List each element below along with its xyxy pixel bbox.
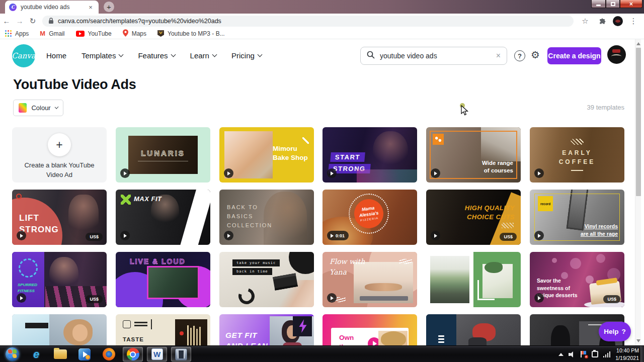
card-art [273,273,298,291]
card-title: LUNARIS [141,149,185,157]
minimize-button[interactable] [591,0,606,8]
template-card-choice-cuts[interactable]: HIGH QUALITY CHOICE CUTS US$ [426,190,521,245]
reload-icon[interactable]: ↻ [26,15,39,28]
tray-app-icon[interactable] [592,351,598,357]
address-bar[interactable]: canva.com/search/templates?q=youtube%20v… [42,16,574,27]
play-icon: 0:01 [327,231,349,240]
nav-features[interactable]: Features [138,51,175,60]
template-card-bake-shop[interactable]: Mimoru Bake Shop [219,127,314,183]
taskbar-word-active[interactable]: W [147,347,167,361]
extensions-puzzle-icon[interactable] [596,15,609,28]
bookmark-gmail[interactable]: M Gmail [40,30,64,37]
template-card-back-to-basics[interactable]: BACK TO BASICS COLLECTION [219,190,314,245]
template-card-start-strong[interactable]: START STRONG [323,127,417,183]
new-tab-button[interactable]: + [104,2,114,12]
card-art [468,337,487,345]
start-button[interactable] [2,347,22,361]
template-search-box[interactable]: × [360,47,507,65]
template-card-spurred-fitness[interactable]: SPURRED FITNESS US$ [12,252,107,307]
card-art: LUNARIS [128,136,198,174]
card-text-line: SPURRED [18,283,37,287]
play-icon [534,293,544,303]
card-title: GET FIT AND LEAN [225,330,268,345]
action-center-flag-icon[interactable]: x [581,351,587,357]
nav-learn[interactable]: Learn [190,51,216,60]
help-button-label: Help [604,328,618,335]
play-icon [431,231,440,240]
mp3-shield-icon [157,30,164,37]
network-signal-icon[interactable] [603,351,611,357]
scrollbar-thumb[interactable] [636,48,641,196]
page-scrollbar[interactable] [635,39,641,345]
card-art [485,262,503,273]
scroll-up-arrow[interactable] [636,41,640,45]
template-card-get-fit[interactable]: GET FIT AND LEAN [219,314,314,345]
template-card-earbuds[interactable] [12,314,107,345]
play-icon [17,231,26,240]
browser-profile-avatar[interactable] [613,16,623,26]
taskbar-chrome-active[interactable] [123,347,143,361]
template-card-taste-the-true[interactable]: TASTE THE TRUE [116,314,210,345]
nav-templates[interactable]: Templates [82,51,123,60]
create-blank-card[interactable]: + Create a blank YouTube Video Ad [12,127,107,183]
nav-pricing[interactable]: Pricing [231,51,262,60]
template-card-vinyl-records[interactable]: record Vinyl records are all the rage [530,190,624,245]
help-button[interactable]: Help ? [599,322,631,341]
card-text-line: back in time [232,268,272,275]
help-icon[interactable]: ? [514,50,525,61]
back-icon[interactable]: ← [0,15,13,28]
template-card-courses[interactable]: Wide range of courses [426,127,521,183]
tray-expand-icon[interactable] [558,353,564,356]
show-desktop-button[interactable] [640,346,644,362]
bookmark-star-icon[interactable]: ☆ [579,15,592,28]
close-button[interactable]: × [620,0,642,8]
taskbar-movie-maker-active[interactable] [171,347,191,361]
card-art [187,325,189,345]
play-icon [327,293,337,303]
canva-logo[interactable]: Canva [12,44,35,67]
forward-icon[interactable]: → [13,15,26,28]
template-card-desserts[interactable]: Savor the sweetness of unique desserts U… [530,252,624,307]
card-text-line: Wide range [482,160,513,166]
scroll-down-arrow[interactable] [636,339,640,343]
nav-home[interactable]: Home [46,51,66,60]
taskbar-internet-explorer[interactable]: e [26,347,46,361]
template-card-green-office[interactable] [426,252,521,307]
search-input[interactable] [380,52,491,60]
taskbar-media-player[interactable] [74,347,95,361]
taskbar-firefox[interactable] [99,347,119,361]
template-card-lunaris[interactable]: LUNARIS [116,127,210,183]
tab-close-icon[interactable]: × [87,3,95,11]
template-card-lift-strong[interactable]: LIFT STRONG US$ [12,190,107,245]
maximize-icon [611,2,615,6]
bookmark-maps[interactable]: Maps [123,29,146,38]
template-card-max-fit[interactable]: MAX FIT [116,190,210,245]
card-text-line: CHOICE CUTS [467,213,515,221]
card-title: SPURRED FITNESS [18,282,37,294]
bookmark-youtube[interactable]: YouTube [76,30,112,37]
maximize-button[interactable] [606,0,620,8]
search-clear-icon[interactable]: × [496,51,501,60]
template-card-own-the[interactable]: Own the [323,314,417,345]
volume-icon[interactable] [569,351,576,357]
browser-menu-icon[interactable]: ⋮ [627,15,640,28]
play-icon [17,293,26,303]
taskbar-clock[interactable]: 10:40 PM 1/19/2021 [615,347,639,361]
minimize-icon [596,5,601,6]
gear-icon[interactable]: ⚙ [531,49,540,61]
account-avatar[interactable] [607,45,626,64]
taskbar-file-explorer[interactable] [50,347,70,361]
card-logo [16,194,22,199]
bookmark-apps[interactable]: Apps [5,30,29,37]
template-card-cassette[interactable]: take your music back in time [219,252,314,307]
card-logo [121,195,131,205]
template-card-pizzeria[interactable]: Mama Alessia's PIZZERIA 0:01 [323,190,417,245]
template-card-live-and-loud[interactable]: LIVE & LOUD [116,252,210,307]
browser-tab[interactable]: C youtube video ads × [5,1,99,14]
colour-filter-button[interactable]: Colour [13,100,63,116]
template-card-gym-navy[interactable] [426,314,521,345]
template-card-early-coffee[interactable]: EARLY COFFEE [530,127,624,183]
template-card-flow-with-yana[interactable]: Flow with Yana [323,252,417,307]
create-a-design-button[interactable]: Create a design [547,47,601,64]
bookmark-mp3[interactable]: Youtube to MP3 - B... [157,30,225,37]
